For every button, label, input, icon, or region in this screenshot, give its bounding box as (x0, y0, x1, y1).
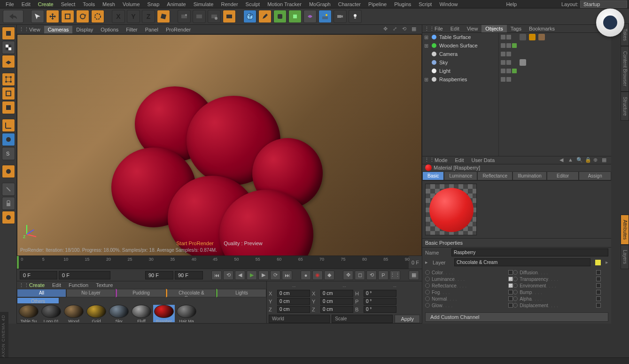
axis-button[interactable] (2, 119, 15, 132)
material-name-field[interactable] (451, 248, 608, 256)
channel-radio[interactable] (513, 270, 518, 275)
material-subtab-others[interactable]: Others (17, 297, 59, 304)
current-frame-field[interactable] (175, 271, 203, 279)
attr-tab-editor[interactable]: Editor (547, 171, 579, 180)
viewport-menu-display[interactable]: Display (72, 26, 97, 33)
workplane-button[interactable] (2, 55, 15, 68)
coord-apply-button[interactable]: Apply (395, 315, 420, 323)
timeline[interactable]: 051015202530354045505560657075808590 0 F (17, 256, 422, 269)
channel-radio[interactable] (513, 296, 518, 301)
material-tag-icon[interactable] (538, 34, 545, 40)
material-thumb[interactable]: Gold (85, 305, 107, 322)
right-tab-structure[interactable]: Structure (621, 92, 629, 121)
soft-select-button[interactable] (2, 165, 15, 178)
range-start-field[interactable] (59, 271, 110, 279)
object-tree-row[interactable]: Sky (422, 58, 498, 67)
viewport-menu-view[interactable]: View (25, 26, 44, 33)
menu-window[interactable]: Window (435, 0, 461, 8)
object-tree-row[interactable]: ⊞Table Surface (422, 33, 498, 41)
attr-menu-mode[interactable]: Mode (431, 156, 451, 164)
scale-tool[interactable] (61, 10, 74, 23)
goto-start-button[interactable]: ⏮ (211, 271, 222, 280)
keyframe-button[interactable]: ◆ (324, 271, 334, 280)
channel-radio[interactable] (425, 283, 430, 288)
material-thumb[interactable]: Table Su (18, 305, 39, 322)
attr-new-icon[interactable]: ⊕ (593, 157, 600, 163)
channel-checkbox[interactable] (508, 296, 513, 301)
autokey-button[interactable]: ◉ (312, 271, 323, 280)
attr-search-icon[interactable]: 🔍 (576, 157, 583, 163)
range-end-field[interactable] (145, 271, 173, 279)
visibility-render-toggle[interactable] (506, 69, 511, 73)
menu-tools[interactable]: Tools (79, 0, 99, 8)
param-key-button[interactable]: P (378, 271, 388, 280)
live-select-tool[interactable] (31, 10, 44, 23)
attr-menu-userdata[interactable]: User Data (468, 156, 499, 164)
render-region-button[interactable] (193, 10, 206, 23)
polys-mode-button[interactable] (2, 101, 15, 114)
menu-mesh[interactable]: Mesh (99, 0, 119, 8)
menu-plugins[interactable]: Plugins (390, 0, 415, 8)
attr-back-icon[interactable]: ◀ (559, 157, 566, 163)
object-tree-row[interactable]: Camera (422, 50, 498, 58)
menu-select[interactable]: Select (57, 0, 79, 8)
visibility-render-toggle[interactable] (506, 77, 511, 82)
channel-checkbox[interactable] (508, 303, 513, 308)
coord-size-field[interactable] (320, 290, 353, 297)
render-pv-button[interactable] (223, 10, 236, 23)
material-tab-lights[interactable]: Lights (216, 289, 266, 297)
channel-checkbox[interactable]: ✓ (508, 283, 513, 288)
right-tab-content[interactable]: Content Browser (621, 46, 629, 91)
right-tab-layers[interactable]: Layers (621, 245, 629, 269)
channel-radio[interactable] (425, 296, 430, 301)
phong-tag-icon[interactable] (529, 34, 536, 40)
axis-gizmo[interactable]: z (22, 220, 41, 239)
scale-key-button[interactable]: ◻ (355, 271, 365, 280)
menu-animate[interactable]: Animate (163, 0, 189, 8)
tweak-button[interactable] (2, 183, 15, 196)
coord-pos-field[interactable] (277, 298, 310, 305)
visibility-editor-toggle[interactable] (501, 60, 505, 65)
visibility-render-toggle[interactable] (506, 52, 511, 56)
timeline-playhead[interactable] (17, 256, 19, 269)
viewport-maximize-icon[interactable]: ▦ (412, 26, 419, 33)
object-tree-row[interactable]: ⊞Wooden Surface (422, 41, 498, 50)
viewport-menu-filter[interactable]: Filter (122, 26, 141, 33)
menu-character[interactable]: Character (334, 0, 365, 8)
material-layer-field[interactable] (454, 258, 590, 266)
coord-rot-field[interactable] (364, 298, 396, 305)
render-settings-button[interactable] (208, 10, 221, 23)
prev-frame-button[interactable]: ◀ (235, 271, 245, 280)
coord-space-dropdown[interactable]: World (269, 315, 330, 323)
menu-edit[interactable]: Edit (18, 0, 34, 8)
add-pen-button[interactable] (258, 10, 272, 23)
coord-rot-field[interactable] (364, 306, 396, 313)
object-tree-row[interactable]: ⊞Raspberries (422, 75, 498, 84)
channel-radio[interactable] (425, 303, 430, 308)
menu-simulate[interactable]: Simulate (190, 0, 217, 8)
add-deformer-button[interactable] (303, 10, 317, 23)
visibility-render-toggle[interactable] (506, 60, 511, 65)
next-frame-button[interactable]: ▶ (258, 271, 269, 280)
visibility-editor-toggle[interactable] (501, 52, 505, 56)
add-custom-channel-button[interactable]: Add Custom Channel (425, 312, 608, 322)
points-mode-button[interactable] (2, 73, 15, 86)
channel-checkbox[interactable] (596, 270, 601, 275)
channel-radio[interactable] (425, 277, 430, 281)
prev-key-button[interactable]: ⟲ (223, 271, 233, 280)
material-thumb[interactable]: Hair Ma (176, 305, 197, 322)
rot-key-button[interactable]: ⟲ (366, 271, 377, 280)
goto-end-button[interactable]: ⏭ (282, 271, 292, 280)
visibility-render-toggle[interactable] (506, 43, 511, 48)
menu-volume[interactable]: Volume (119, 0, 144, 8)
obj-menu-tags[interactable]: Tags (507, 25, 525, 32)
viewport-menu-cameras[interactable]: Cameras (44, 26, 73, 33)
viewport-menu-options[interactable]: Options (97, 26, 122, 33)
enable-toggle[interactable] (512, 69, 517, 73)
rotate-tool[interactable] (76, 10, 89, 23)
visibility-editor-toggle[interactable] (501, 43, 505, 48)
layer-menu-icon[interactable]: ▸ (606, 259, 608, 265)
menu-motiontracker[interactable]: Motion Tracker (264, 0, 305, 8)
channel-checkbox[interactable] (596, 296, 601, 301)
layout-dropdown[interactable]: Startup (580, 0, 627, 8)
